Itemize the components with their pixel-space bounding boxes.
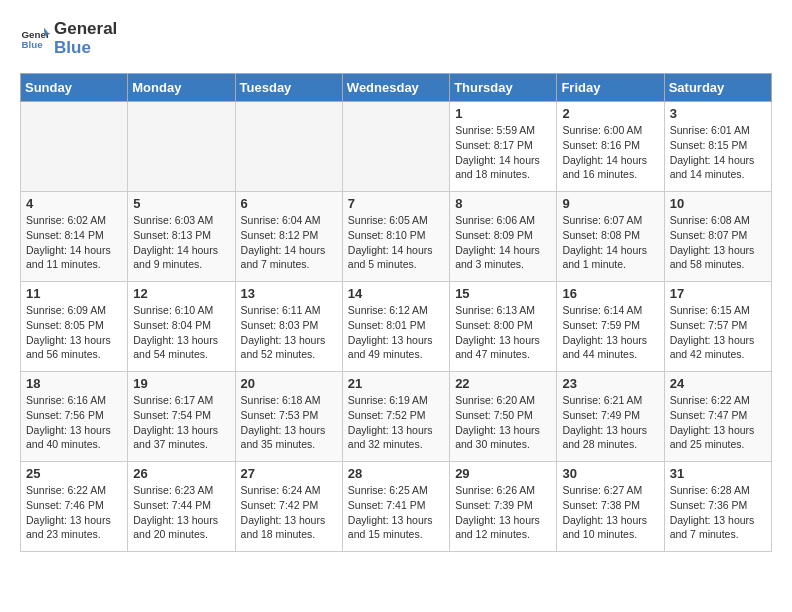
- day-number: 29: [455, 466, 551, 481]
- cell-info: Sunrise: 6:22 AM Sunset: 7:46 PM Dayligh…: [26, 483, 122, 542]
- calendar-cell: 31Sunrise: 6:28 AM Sunset: 7:36 PM Dayli…: [664, 462, 771, 552]
- weekday-header-thursday: Thursday: [450, 74, 557, 102]
- calendar-cell: 7Sunrise: 6:05 AM Sunset: 8:10 PM Daylig…: [342, 192, 449, 282]
- logo-icon: General Blue: [20, 24, 50, 54]
- cell-info: Sunrise: 6:20 AM Sunset: 7:50 PM Dayligh…: [455, 393, 551, 452]
- day-number: 15: [455, 286, 551, 301]
- day-number: 4: [26, 196, 122, 211]
- weekday-header-sunday: Sunday: [21, 74, 128, 102]
- calendar-cell: [128, 102, 235, 192]
- calendar-cell: [342, 102, 449, 192]
- cell-info: Sunrise: 6:21 AM Sunset: 7:49 PM Dayligh…: [562, 393, 658, 452]
- calendar-cell: 3Sunrise: 6:01 AM Sunset: 8:15 PM Daylig…: [664, 102, 771, 192]
- calendar-cell: 30Sunrise: 6:27 AM Sunset: 7:38 PM Dayli…: [557, 462, 664, 552]
- calendar-cell: 8Sunrise: 6:06 AM Sunset: 8:09 PM Daylig…: [450, 192, 557, 282]
- calendar-cell: 2Sunrise: 6:00 AM Sunset: 8:16 PM Daylig…: [557, 102, 664, 192]
- calendar-week-4: 18Sunrise: 6:16 AM Sunset: 7:56 PM Dayli…: [21, 372, 772, 462]
- calendar-table: SundayMondayTuesdayWednesdayThursdayFrid…: [20, 73, 772, 552]
- calendar-cell: 13Sunrise: 6:11 AM Sunset: 8:03 PM Dayli…: [235, 282, 342, 372]
- calendar-cell: 23Sunrise: 6:21 AM Sunset: 7:49 PM Dayli…: [557, 372, 664, 462]
- calendar-cell: 27Sunrise: 6:24 AM Sunset: 7:42 PM Dayli…: [235, 462, 342, 552]
- day-number: 13: [241, 286, 337, 301]
- cell-info: Sunrise: 6:16 AM Sunset: 7:56 PM Dayligh…: [26, 393, 122, 452]
- calendar-cell: 1Sunrise: 5:59 AM Sunset: 8:17 PM Daylig…: [450, 102, 557, 192]
- logo-text-general: General: [54, 20, 117, 39]
- day-number: 10: [670, 196, 766, 211]
- day-number: 9: [562, 196, 658, 211]
- day-number: 30: [562, 466, 658, 481]
- calendar-cell: 19Sunrise: 6:17 AM Sunset: 7:54 PM Dayli…: [128, 372, 235, 462]
- weekday-header-wednesday: Wednesday: [342, 74, 449, 102]
- calendar-week-3: 11Sunrise: 6:09 AM Sunset: 8:05 PM Dayli…: [21, 282, 772, 372]
- calendar-week-2: 4Sunrise: 6:02 AM Sunset: 8:14 PM Daylig…: [21, 192, 772, 282]
- day-number: 26: [133, 466, 229, 481]
- calendar-cell: 20Sunrise: 6:18 AM Sunset: 7:53 PM Dayli…: [235, 372, 342, 462]
- weekday-header-tuesday: Tuesday: [235, 74, 342, 102]
- calendar-cell: 15Sunrise: 6:13 AM Sunset: 8:00 PM Dayli…: [450, 282, 557, 372]
- day-number: 3: [670, 106, 766, 121]
- calendar-cell: 12Sunrise: 6:10 AM Sunset: 8:04 PM Dayli…: [128, 282, 235, 372]
- calendar-cell: [235, 102, 342, 192]
- day-number: 19: [133, 376, 229, 391]
- calendar-cell: 29Sunrise: 6:26 AM Sunset: 7:39 PM Dayli…: [450, 462, 557, 552]
- cell-info: Sunrise: 6:24 AM Sunset: 7:42 PM Dayligh…: [241, 483, 337, 542]
- calendar-cell: 26Sunrise: 6:23 AM Sunset: 7:44 PM Dayli…: [128, 462, 235, 552]
- weekday-header-friday: Friday: [557, 74, 664, 102]
- day-number: 17: [670, 286, 766, 301]
- day-number: 12: [133, 286, 229, 301]
- calendar-cell: 24Sunrise: 6:22 AM Sunset: 7:47 PM Dayli…: [664, 372, 771, 462]
- day-number: 18: [26, 376, 122, 391]
- cell-info: Sunrise: 6:09 AM Sunset: 8:05 PM Dayligh…: [26, 303, 122, 362]
- weekday-header-row: SundayMondayTuesdayWednesdayThursdayFrid…: [21, 74, 772, 102]
- calendar-cell: 21Sunrise: 6:19 AM Sunset: 7:52 PM Dayli…: [342, 372, 449, 462]
- day-number: 7: [348, 196, 444, 211]
- weekday-header-monday: Monday: [128, 74, 235, 102]
- day-number: 24: [670, 376, 766, 391]
- calendar-cell: 25Sunrise: 6:22 AM Sunset: 7:46 PM Dayli…: [21, 462, 128, 552]
- cell-info: Sunrise: 6:10 AM Sunset: 8:04 PM Dayligh…: [133, 303, 229, 362]
- calendar-week-5: 25Sunrise: 6:22 AM Sunset: 7:46 PM Dayli…: [21, 462, 772, 552]
- calendar-cell: 5Sunrise: 6:03 AM Sunset: 8:13 PM Daylig…: [128, 192, 235, 282]
- cell-info: Sunrise: 6:12 AM Sunset: 8:01 PM Dayligh…: [348, 303, 444, 362]
- cell-info: Sunrise: 6:27 AM Sunset: 7:38 PM Dayligh…: [562, 483, 658, 542]
- day-number: 22: [455, 376, 551, 391]
- calendar-cell: 4Sunrise: 6:02 AM Sunset: 8:14 PM Daylig…: [21, 192, 128, 282]
- cell-info: Sunrise: 6:15 AM Sunset: 7:57 PM Dayligh…: [670, 303, 766, 362]
- cell-info: Sunrise: 6:04 AM Sunset: 8:12 PM Dayligh…: [241, 213, 337, 272]
- calendar-cell: 10Sunrise: 6:08 AM Sunset: 8:07 PM Dayli…: [664, 192, 771, 282]
- day-number: 5: [133, 196, 229, 211]
- calendar-cell: 6Sunrise: 6:04 AM Sunset: 8:12 PM Daylig…: [235, 192, 342, 282]
- calendar-cell: [21, 102, 128, 192]
- day-number: 31: [670, 466, 766, 481]
- cell-info: Sunrise: 5:59 AM Sunset: 8:17 PM Dayligh…: [455, 123, 551, 182]
- day-number: 27: [241, 466, 337, 481]
- day-number: 20: [241, 376, 337, 391]
- cell-info: Sunrise: 6:08 AM Sunset: 8:07 PM Dayligh…: [670, 213, 766, 272]
- calendar-cell: 11Sunrise: 6:09 AM Sunset: 8:05 PM Dayli…: [21, 282, 128, 372]
- day-number: 28: [348, 466, 444, 481]
- cell-info: Sunrise: 6:18 AM Sunset: 7:53 PM Dayligh…: [241, 393, 337, 452]
- day-number: 14: [348, 286, 444, 301]
- calendar-cell: 9Sunrise: 6:07 AM Sunset: 8:08 PM Daylig…: [557, 192, 664, 282]
- calendar-cell: 16Sunrise: 6:14 AM Sunset: 7:59 PM Dayli…: [557, 282, 664, 372]
- cell-info: Sunrise: 6:02 AM Sunset: 8:14 PM Dayligh…: [26, 213, 122, 272]
- day-number: 21: [348, 376, 444, 391]
- cell-info: Sunrise: 6:26 AM Sunset: 7:39 PM Dayligh…: [455, 483, 551, 542]
- cell-info: Sunrise: 6:11 AM Sunset: 8:03 PM Dayligh…: [241, 303, 337, 362]
- cell-info: Sunrise: 6:01 AM Sunset: 8:15 PM Dayligh…: [670, 123, 766, 182]
- day-number: 6: [241, 196, 337, 211]
- cell-info: Sunrise: 6:07 AM Sunset: 8:08 PM Dayligh…: [562, 213, 658, 272]
- cell-info: Sunrise: 6:14 AM Sunset: 7:59 PM Dayligh…: [562, 303, 658, 362]
- cell-info: Sunrise: 6:05 AM Sunset: 8:10 PM Dayligh…: [348, 213, 444, 272]
- svg-text:Blue: Blue: [22, 39, 44, 50]
- logo-text-blue: Blue: [54, 39, 117, 58]
- day-number: 23: [562, 376, 658, 391]
- calendar-cell: 28Sunrise: 6:25 AM Sunset: 7:41 PM Dayli…: [342, 462, 449, 552]
- calendar-cell: 18Sunrise: 6:16 AM Sunset: 7:56 PM Dayli…: [21, 372, 128, 462]
- page-header: General Blue General Blue: [20, 20, 772, 57]
- day-number: 2: [562, 106, 658, 121]
- logo: General Blue General Blue: [20, 20, 117, 57]
- calendar-cell: 17Sunrise: 6:15 AM Sunset: 7:57 PM Dayli…: [664, 282, 771, 372]
- cell-info: Sunrise: 6:00 AM Sunset: 8:16 PM Dayligh…: [562, 123, 658, 182]
- calendar-cell: 22Sunrise: 6:20 AM Sunset: 7:50 PM Dayli…: [450, 372, 557, 462]
